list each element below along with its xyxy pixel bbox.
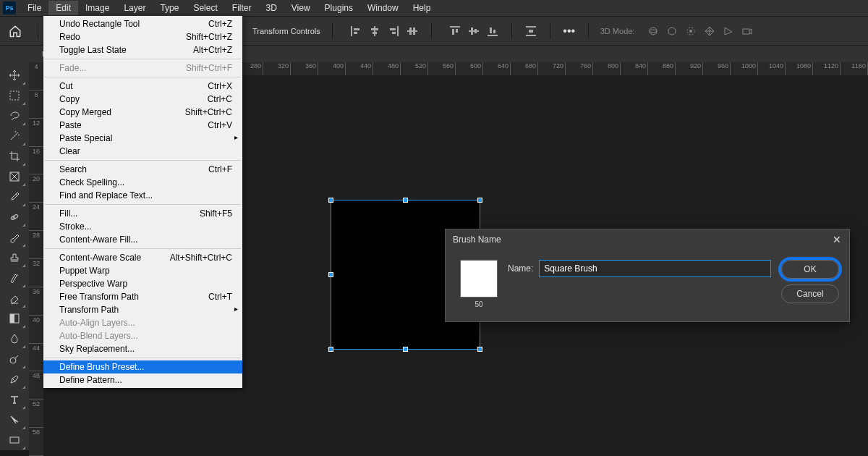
- tool-move[interactable]: [3, 65, 26, 85]
- tool-stamp[interactable]: [3, 248, 26, 268]
- menu-item-define-pattern[interactable]: Define Pattern...: [43, 373, 242, 387]
- menu-edit[interactable]: Edit: [48, 1, 78, 15]
- menu-item-find-and-replace-text[interactable]: Find and Replace Text...: [43, 189, 242, 202]
- tool-type[interactable]: [3, 389, 26, 410]
- tool-blur[interactable]: [3, 329, 26, 349]
- tool-history[interactable]: [3, 268, 26, 288]
- menu-item-cut[interactable]: CutCtrl+X: [43, 80, 242, 93]
- align-bottom-icon[interactable]: [485, 24, 500, 38]
- ruler-tick: 48: [29, 371, 43, 400]
- menu-item-auto-align-layers[interactable]: Auto-Align Layers...: [43, 316, 242, 329]
- handle-top-right[interactable]: [477, 198, 482, 203]
- tool-crop[interactable]: [3, 146, 26, 166]
- tool-dodge[interactable]: [3, 349, 26, 369]
- menu-item-clear[interactable]: Clear: [43, 145, 242, 158]
- ruler-tick: 920: [676, 62, 703, 75]
- menu-item-perspective-warp[interactable]: Perspective Warp: [43, 277, 242, 290]
- tool-frame[interactable]: [3, 166, 26, 187]
- home-icon[interactable]: [4, 20, 26, 42]
- align-right-icon[interactable]: [386, 24, 401, 38]
- tool-brush[interactable]: [3, 227, 26, 248]
- menu-layer[interactable]: Layer: [116, 1, 153, 15]
- svg-rect-6: [397, 26, 399, 36]
- menu-item-check-spelling[interactable]: Check Spelling...: [43, 176, 242, 189]
- ruler-tick: 440: [346, 62, 373, 75]
- ruler-tick: 1120: [813, 62, 841, 75]
- tool-eyedropper[interactable]: [3, 187, 26, 207]
- brush-size-label: 50: [475, 300, 482, 308]
- handle-bot-left[interactable]: [328, 347, 333, 352]
- scale-icon[interactable]: [721, 24, 736, 38]
- ok-button[interactable]: OK: [781, 260, 839, 279]
- menu-select[interactable]: Select: [186, 1, 224, 15]
- menu-item-sky-replacement[interactable]: Sky Replacement...: [43, 342, 242, 355]
- menu-separator: [45, 248, 241, 249]
- menu-view[interactable]: View: [284, 1, 318, 15]
- rotate-icon[interactable]: [665, 24, 679, 38]
- menu-item-free-transform-path[interactable]: Free Transform PathCtrl+T: [43, 290, 242, 303]
- svg-point-27: [689, 30, 692, 33]
- align-center-h-icon[interactable]: [367, 24, 382, 38]
- tool-healing[interactable]: [3, 207, 26, 227]
- menu-item-paste[interactable]: PasteCtrl+V: [43, 119, 242, 132]
- tool-lasso[interactable]: [3, 106, 26, 126]
- ruler-tick: 520: [401, 62, 428, 75]
- tool-pen[interactable]: [3, 369, 26, 389]
- tool-gradient[interactable]: [3, 308, 26, 329]
- camera-icon[interactable]: [740, 24, 754, 38]
- menu-3d[interactable]: 3D: [258, 1, 284, 15]
- align-top-icon[interactable]: [448, 24, 462, 38]
- dialog-title: Brush Name: [453, 235, 501, 245]
- orbit-icon[interactable]: [646, 24, 660, 38]
- tool-marquee[interactable]: [3, 85, 26, 106]
- pan-icon[interactable]: [684, 24, 698, 38]
- menu-item-auto-blend-layers[interactable]: Auto-Blend Layers...: [43, 329, 242, 342]
- menu-item-paste-special[interactable]: Paste Special: [43, 132, 242, 145]
- menu-item-toggle-last-state[interactable]: Toggle Last StateAlt+Ctrl+Z: [43, 43, 242, 56]
- tool-eraser[interactable]: [3, 288, 26, 308]
- handle-top-mid[interactable]: [403, 198, 408, 203]
- cancel-button[interactable]: Cancel: [781, 284, 839, 303]
- menu-item-puppet-warp[interactable]: Puppet Warp: [43, 264, 242, 277]
- align-left-icon[interactable]: [349, 24, 363, 38]
- menu-item-copy-merged[interactable]: Copy MergedShift+Ctrl+C: [43, 106, 242, 119]
- menu-filter[interactable]: Filter: [225, 1, 259, 15]
- align-middle-icon[interactable]: [467, 24, 481, 38]
- menu-item-undo-rectangle-tool[interactable]: Undo Rectangle ToolCtrl+Z: [43, 17, 242, 30]
- tool-path[interactable]: [3, 410, 26, 430]
- menu-help[interactable]: Help: [406, 1, 438, 15]
- menu-image[interactable]: Image: [78, 1, 116, 15]
- more-icon[interactable]: •••: [562, 24, 576, 38]
- distribute-v-icon[interactable]: [524, 24, 538, 38]
- menu-item-transform-path[interactable]: Transform Path: [43, 303, 242, 316]
- menu-item-copy[interactable]: CopyCtrl+C: [43, 93, 242, 106]
- menu-item-fade[interactable]: Fade...Shift+Ctrl+F: [43, 62, 242, 75]
- menu-separator: [45, 160, 241, 161]
- menu-item-fill[interactable]: Fill...Shift+F5: [43, 207, 242, 220]
- svg-rect-34: [10, 314, 14, 323]
- separator: [511, 23, 512, 39]
- close-icon[interactable]: ✕: [830, 233, 843, 246]
- menu-window[interactable]: Window: [360, 1, 406, 15]
- handle-bot-mid[interactable]: [403, 347, 408, 352]
- menu-type[interactable]: Type: [153, 1, 186, 15]
- menu-item-redo[interactable]: RedoShift+Ctrl+Z: [43, 30, 242, 43]
- handle-mid-left[interactable]: [328, 272, 333, 277]
- brush-name-input[interactable]: [539, 260, 771, 277]
- distribute-icon[interactable]: [405, 24, 420, 38]
- menu-item-stroke[interactable]: Stroke...: [43, 220, 242, 233]
- menu-item-search[interactable]: SearchCtrl+F: [43, 163, 242, 176]
- tool-wand[interactable]: [3, 126, 26, 146]
- handle-top-left[interactable]: [328, 198, 333, 203]
- svg-rect-15: [469, 30, 479, 32]
- handle-bot-right[interactable]: [477, 347, 482, 352]
- tool-rect[interactable]: [3, 430, 26, 450]
- separator: [588, 23, 589, 39]
- menu-item-define-brush-preset[interactable]: Define Brush Preset...: [43, 360, 242, 373]
- slide-icon[interactable]: [702, 24, 717, 38]
- menu-item-content-aware-scale[interactable]: Content-Aware ScaleAlt+Shift+Ctrl+C: [43, 251, 242, 264]
- menu-item-content-aware-fill[interactable]: Content-Aware Fill...: [43, 233, 242, 246]
- svg-rect-11: [413, 28, 415, 35]
- menu-plugins[interactable]: Plugins: [318, 1, 360, 15]
- menu-file[interactable]: File: [20, 1, 48, 15]
